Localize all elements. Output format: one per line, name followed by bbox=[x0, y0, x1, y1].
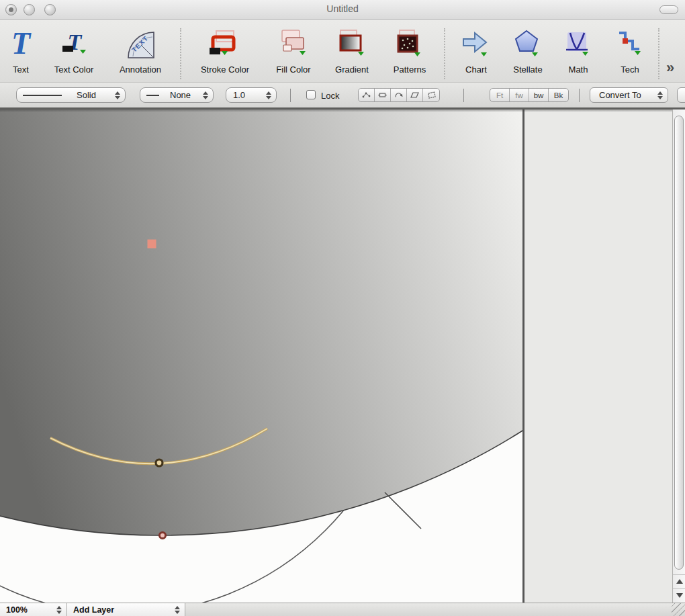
scrollbar-thumb[interactable] bbox=[674, 116, 684, 570]
main-toolbar: T Text T Text Color TEXT bbox=[0, 20, 685, 83]
order-front-button[interactable]: Ft bbox=[490, 89, 510, 101]
stellate-icon bbox=[502, 26, 553, 62]
format-bar-separator bbox=[463, 89, 464, 102]
svg-text:T: T bbox=[11, 27, 32, 60]
toolbar-item-tech[interactable]: Tech bbox=[604, 26, 655, 81]
line-style-stepper[interactable] bbox=[115, 91, 120, 99]
toolbar-item-label: Text bbox=[4, 64, 38, 75]
convert-to-label: Convert To bbox=[599, 90, 641, 100]
distort-button[interactable] bbox=[423, 89, 439, 101]
arrow-style-stepper[interactable] bbox=[203, 91, 208, 99]
drawing-svg[interactable] bbox=[0, 109, 523, 603]
format-bar-separator bbox=[290, 89, 291, 102]
layer-menu-value: Add Layer bbox=[73, 605, 114, 615]
toolbar-item-math[interactable]: Math bbox=[555, 26, 602, 81]
convert-to-stepper[interactable] bbox=[657, 91, 663, 99]
toolbar-item-label: Fill Color bbox=[264, 64, 323, 75]
toolbar-item-text-color[interactable]: T Text Color bbox=[42, 26, 106, 81]
transform-segmented-control bbox=[358, 88, 440, 102]
arc-control-handle[interactable] bbox=[156, 459, 163, 466]
toolbar-toggle-pill-button[interactable] bbox=[659, 5, 678, 14]
toolbar-item-chart[interactable]: Chart bbox=[451, 26, 501, 81]
edit-points-button[interactable] bbox=[359, 89, 375, 101]
arrange-order-group: Ft fw bw Bk bbox=[490, 88, 569, 102]
stroke-color-icon bbox=[189, 26, 261, 62]
scroll-down-button[interactable] bbox=[673, 588, 685, 602]
toolbar-item-label: Text Color bbox=[42, 64, 106, 75]
title-bar: Untitled bbox=[0, 0, 685, 20]
chart-icon bbox=[451, 26, 501, 62]
scale-button[interactable] bbox=[375, 89, 391, 101]
status-bar: 100% Add Layer bbox=[0, 603, 685, 616]
window-resize-grip[interactable] bbox=[672, 603, 685, 616]
toolbar-item-label: Math bbox=[555, 64, 602, 75]
vertical-scrollbar[interactable] bbox=[672, 109, 685, 603]
tech-icon bbox=[604, 26, 655, 62]
zoom-level-dropdown[interactable]: 100% bbox=[0, 603, 67, 616]
patterns-icon bbox=[380, 26, 439, 62]
layer-stepper[interactable] bbox=[175, 606, 180, 614]
line-width-value: 1.0 bbox=[233, 90, 245, 100]
drawing-page[interactable] bbox=[0, 109, 523, 603]
toolbar-item-stroke-color[interactable]: Stroke Color bbox=[189, 26, 261, 81]
text-icon: T bbox=[4, 26, 38, 62]
toolbar-item-label: Annotation bbox=[109, 64, 172, 75]
diagonal-line-shape[interactable] bbox=[385, 492, 421, 529]
format-bar-separator bbox=[579, 89, 580, 102]
line-style-value: Solid bbox=[77, 90, 96, 100]
line-style-dropdown[interactable]: Solid bbox=[16, 87, 126, 103]
app-window: Untitled T Text T Text Color bbox=[0, 0, 685, 616]
annotation-icon: TEXT bbox=[109, 26, 172, 62]
center-marker-handle[interactable] bbox=[148, 240, 156, 249]
toolbar-divider bbox=[444, 28, 445, 79]
arrow-style-dropdown[interactable]: None bbox=[140, 87, 214, 103]
order-backward-button[interactable]: bw bbox=[529, 89, 549, 101]
text-color-icon: T bbox=[42, 26, 106, 62]
toolbar-item-label: Tech bbox=[604, 64, 655, 75]
zoom-level-value: 100% bbox=[6, 605, 28, 615]
toolbar-item-label: Stroke Color bbox=[189, 64, 261, 75]
toolbar-item-stellate[interactable]: Stellate bbox=[502, 26, 553, 81]
toolbar-item-label: Gradient bbox=[322, 64, 381, 75]
zoom-stepper[interactable] bbox=[56, 606, 62, 614]
toolbar-item-patterns[interactable]: Patterns bbox=[380, 26, 439, 81]
lock-checkbox[interactable] bbox=[306, 90, 316, 99]
rotate-button[interactable] bbox=[391, 89, 407, 101]
layer-menu-dropdown[interactable]: Add Layer bbox=[67, 603, 185, 616]
scroll-up-button[interactable] bbox=[673, 574, 685, 588]
order-forward-button[interactable]: fw bbox=[510, 89, 529, 101]
toolbar-overflow-button[interactable]: » bbox=[666, 59, 674, 77]
window-title: Untitled bbox=[0, 3, 685, 14]
circle-edge-handle[interactable] bbox=[159, 532, 165, 538]
convert-to-dropdown[interactable]: Convert To bbox=[590, 87, 668, 103]
gradient-circle-shape[interactable] bbox=[0, 109, 523, 535]
toolbar-divider bbox=[658, 28, 659, 79]
arrow-style-value: None bbox=[170, 90, 191, 100]
toolbar-item-fill-color[interactable]: Fill Color bbox=[264, 26, 323, 81]
down-arrow-icon bbox=[676, 593, 683, 598]
line-width-field[interactable]: 1.0 bbox=[226, 87, 277, 103]
canvas-area bbox=[0, 109, 685, 603]
toolbar-item-annotation[interactable]: TEXT Annotation bbox=[109, 26, 172, 81]
fill-color-icon bbox=[264, 26, 323, 62]
line-style-sample bbox=[23, 95, 62, 96]
toolbar-item-label: Stellate bbox=[502, 64, 553, 75]
toolbar-item-label: Chart bbox=[451, 64, 501, 75]
clipped-control[interactable] bbox=[677, 87, 685, 103]
order-back-button[interactable]: Bk bbox=[549, 89, 568, 101]
arrow-style-sample bbox=[146, 95, 159, 96]
toolbar-item-text[interactable]: T Text bbox=[4, 26, 38, 81]
skew-button[interactable] bbox=[407, 89, 423, 101]
toolbar-item-gradient[interactable]: Gradient bbox=[322, 26, 381, 81]
math-icon bbox=[555, 26, 602, 62]
gradient-icon bbox=[322, 26, 381, 62]
toolbar-divider bbox=[180, 28, 181, 79]
up-arrow-icon bbox=[676, 579, 683, 584]
format-bar: Solid None 1.0 Lock bbox=[0, 83, 685, 109]
pasteboard[interactable] bbox=[524, 109, 672, 603]
toolbar-item-label: Patterns bbox=[380, 64, 439, 75]
lock-label: Lock bbox=[321, 91, 339, 101]
line-width-stepper[interactable] bbox=[266, 91, 271, 99]
